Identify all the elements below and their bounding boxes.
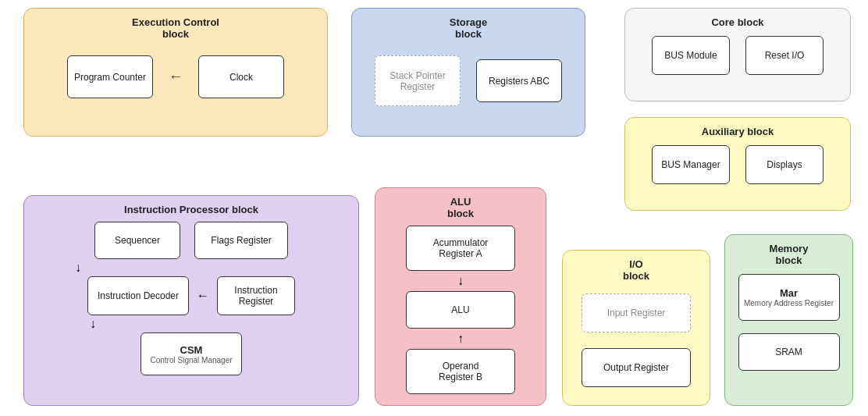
instruction-decoder-box: Instruction Decoder [87,276,189,315]
flags-register-box: Flags Register [194,222,288,259]
sram-box: SRAM [738,333,840,371]
id-down-arrow-icon: ↓ [90,317,96,331]
storage-block: Storageblock Stack PointerRegister Regis… [351,8,585,137]
stack-pointer-box: Stack PointerRegister [375,55,461,106]
instruction-processor-title: Instruction Processor block [32,204,350,215]
operand-box: OperandRegister B [406,349,515,394]
io-title: I/Oblock [571,258,702,282]
mar-box: Mar Memory Address Register [738,274,840,321]
sequencer-box: Sequencer [94,222,180,259]
io-block: I/Oblock Input Register Output Register [562,250,710,406]
csm-box: CSM Control Signal Manager [141,332,242,375]
storage-title: Storageblock [360,16,577,40]
core-title: Core block [633,16,842,28]
operand-up-arrow-icon: ↑ [457,332,464,346]
execution-control-title: Execution Controlblock [32,16,319,40]
reset-io-box: Reset I/O [745,36,824,75]
mar-subtitle: Memory Address Register [744,299,834,308]
acc-down-arrow-icon: ↓ [457,274,464,288]
alu-title: ALUblock [383,196,538,219]
instruction-register-box: InstructionRegister [217,276,295,315]
input-register-box: Input Register [582,293,691,332]
accumulator-box: AcummulatorRegister A [406,226,515,271]
memory-title: Memoryblock [733,243,845,266]
bus-manager-box: BUS Manager [652,145,730,184]
auxiliary-title: Auxiliary block [633,126,842,137]
alu-box: ALU [406,291,515,329]
ir-left-arrow-icon: ← [197,289,209,303]
auxiliary-block: Auxiliary block BUS Manager Displays [624,117,851,211]
displays-box: Displays [745,145,824,184]
bus-module-box: BUS Module [652,36,730,75]
memory-block: Memoryblock Mar Memory Address Register … [724,234,853,406]
diagram-container: Execution Controlblock Program Counter ←… [0,0,868,416]
registers-abc-box: Registers ABC [476,59,562,102]
clock-box: Clock [198,55,284,98]
output-register-box: Output Register [582,348,691,387]
csm-subtitle: Control Signal Manager [150,356,232,364]
core-block: Core block BUS Module Reset I/O [624,8,851,101]
arrow-between: ← [169,69,183,85]
instruction-processor-block: Instruction Processor block Sequencer Fl… [23,195,359,406]
mar-label: Mar [780,287,798,299]
left-arrow-icon: ← [169,69,183,85]
program-counter-box: Program Counter [67,55,153,98]
csm-label: CSM [180,344,203,356]
alu-block: ALUblock AcummulatorRegister A ↓ ALU ↑ O… [375,187,546,406]
execution-control-block: Execution Controlblock Program Counter ←… [23,8,328,137]
seq-down-arrow-icon: ↓ [75,261,81,275]
